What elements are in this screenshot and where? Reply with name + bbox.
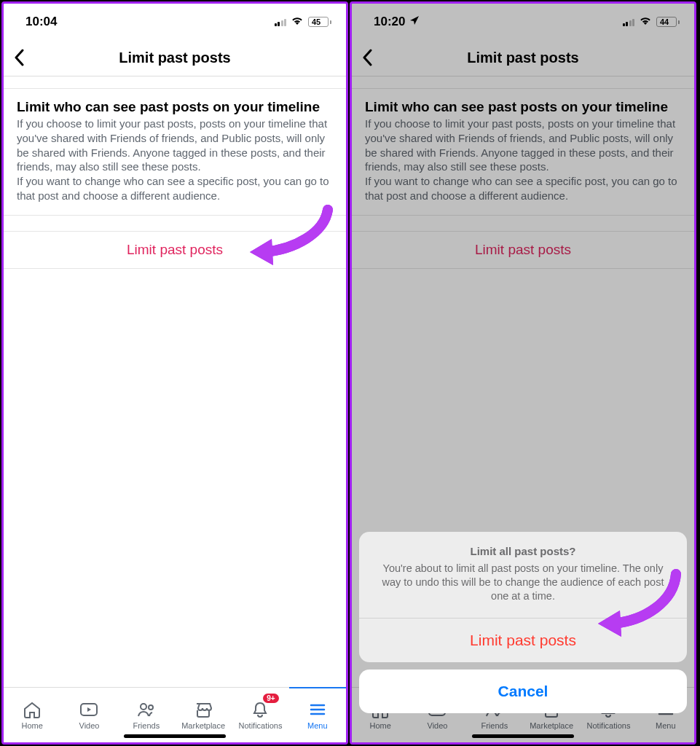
cancel-button[interactable]: Cancel [359, 670, 687, 713]
confirm-limit-label: Limit past posts [470, 632, 576, 648]
limit-past-posts-button[interactable]: Limit past posts [352, 232, 694, 269]
section-body-2: If you want to change who can see a spec… [365, 174, 681, 203]
cellular-signal-icon [275, 17, 287, 26]
battery-icon: 44 [656, 17, 680, 27]
tab-home[interactable]: Home [4, 688, 60, 742]
wifi-icon [639, 15, 652, 29]
info-section: Limit who can see past posts on your tim… [352, 89, 694, 216]
status-bar: 10:20 44 [352, 4, 694, 40]
video-icon [79, 701, 99, 718]
menu-icon [307, 701, 328, 718]
empty-area [4, 269, 346, 687]
svg-point-1 [141, 704, 146, 710]
tab-notifications[interactable]: 9+ Notifications [232, 688, 288, 742]
friends-icon [136, 701, 157, 718]
home-icon [22, 701, 42, 718]
page-title: Limit past posts [119, 50, 230, 66]
limit-past-posts-label: Limit past posts [127, 242, 223, 257]
notification-badge: 9+ [263, 694, 278, 703]
back-button[interactable] [362, 49, 372, 70]
section-heading: Limit who can see past posts on your tim… [365, 99, 681, 115]
wifi-icon [291, 15, 304, 29]
action-sheet-body: You're about to limit all past posts on … [377, 562, 669, 603]
limit-past-posts-label: Limit past posts [475, 242, 571, 257]
action-sheet-header: Limit all past posts? You're about to li… [359, 532, 687, 619]
home-indicator[interactable] [472, 734, 574, 738]
info-section: Limit who can see past posts on your tim… [4, 89, 346, 216]
action-sheet-title: Limit all past posts? [377, 545, 669, 557]
back-button[interactable] [14, 49, 24, 70]
home-indicator[interactable] [124, 734, 226, 738]
action-sheet: Limit all past posts? You're about to li… [359, 532, 687, 713]
section-body-1: If you choose to limit your past posts, … [365, 117, 681, 174]
phone-screenshot-right: 10:20 44 Limit past posts Limit who can … [350, 1, 696, 745]
section-heading: Limit who can see past posts on your tim… [17, 99, 333, 115]
nav-header: Limit past posts [352, 40, 694, 76]
svg-point-2 [149, 705, 153, 710]
separator [352, 76, 694, 89]
nav-header: Limit past posts [4, 40, 346, 76]
location-icon [409, 15, 420, 29]
status-bar: 10:04 45 [4, 4, 346, 40]
status-icons: 45 [275, 15, 332, 29]
battery-icon: 45 [308, 17, 331, 27]
active-tab-indicator [289, 687, 346, 688]
status-icons: 44 [623, 15, 680, 29]
separator [4, 76, 346, 89]
limit-past-posts-button[interactable]: Limit past posts [4, 232, 346, 269]
separator [4, 216, 346, 232]
section-body-2: If you want to change who can see a spec… [17, 174, 333, 203]
page-title: Limit past posts [467, 50, 578, 66]
separator [352, 216, 694, 232]
phone-screenshot-left: 10:04 45 Limit past posts Limit who can … [1, 1, 348, 745]
status-time: 10:04 [25, 15, 57, 29]
confirm-limit-button[interactable]: Limit past posts [359, 619, 687, 662]
marketplace-icon [193, 701, 213, 718]
cellular-signal-icon [623, 17, 635, 26]
tab-video[interactable]: Video [60, 688, 117, 742]
bell-icon [250, 701, 270, 718]
cancel-label: Cancel [498, 683, 548, 699]
tab-menu[interactable]: Menu [289, 688, 346, 742]
status-time: 10:20 [374, 15, 405, 29]
section-body-1: If you choose to limit your past posts, … [17, 117, 333, 174]
